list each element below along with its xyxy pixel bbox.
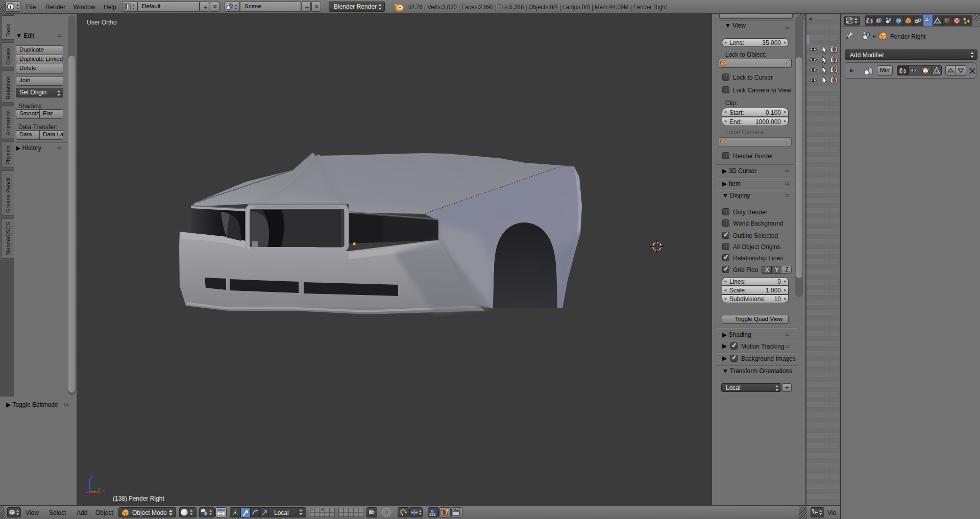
svg-text:y: y <box>98 486 101 492</box>
svg-text:x: x <box>102 488 105 493</box>
svg-text:z: z <box>90 474 93 480</box>
svg-text:(138) Fender Right: (138) Fender Right <box>113 495 164 502</box>
svg-text:i: i <box>10 4 11 10</box>
